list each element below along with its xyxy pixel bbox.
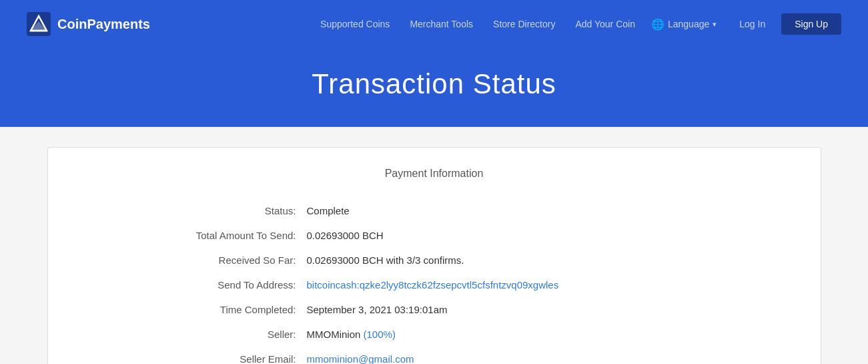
- card-title: Payment Information: [75, 168, 794, 180]
- page-title: Transaction Status: [0, 68, 868, 100]
- language-label: Language: [668, 19, 709, 29]
- value-status: Complete: [302, 198, 794, 223]
- payment-card: Payment Information Status: Complete Tot…: [47, 147, 821, 364]
- table-row: Total Amount To Send: 0.02693000 BCH: [75, 223, 794, 248]
- brand-logo[interactable]: CoinPayments: [27, 12, 150, 36]
- chevron-down-icon: ▾: [713, 20, 717, 29]
- signup-button[interactable]: Sign Up: [781, 13, 841, 35]
- table-row: Received So Far: 0.02693000 BCH with 3/3…: [75, 248, 794, 272]
- label-time: Time Completed:: [75, 297, 302, 322]
- table-row: Seller: MMOMinion (100%): [75, 322, 794, 347]
- value-address: bitcoincash:qzke2lyy8tczk62fzsepcvtl5cfs…: [302, 272, 794, 297]
- table-row: Time Completed: September 3, 2021 03:19:…: [75, 297, 794, 322]
- content-area: Payment Information Status: Complete Tot…: [0, 127, 868, 364]
- address-link[interactable]: bitcoincash:qzke2lyy8tczk62fzsepcvtl5cfs…: [307, 279, 559, 291]
- label-seller: Seller:: [75, 322, 302, 347]
- nav-merchant-tools[interactable]: Merchant Tools: [410, 19, 473, 29]
- table-row: Status: Complete: [75, 198, 794, 223]
- nav-add-your-coin[interactable]: Add Your Coin: [575, 19, 635, 29]
- label-received: Received So Far:: [75, 248, 302, 272]
- label-status: Status:: [75, 198, 302, 223]
- table-row: Seller Email: mmominion@gmail.com DO NOT…: [75, 347, 794, 364]
- nav-store-directory[interactable]: Store Directory: [493, 19, 555, 29]
- login-button[interactable]: Log In: [730, 15, 775, 33]
- language-selector[interactable]: 🌐 Language ▾: [651, 18, 717, 31]
- table-row: Send To Address: bitcoincash:qzke2lyy8tc…: [75, 272, 794, 297]
- value-time: September 3, 2021 03:19:01am: [302, 297, 794, 322]
- hero-section: Transaction Status: [0, 48, 868, 127]
- label-total-amount: Total Amount To Send:: [75, 223, 302, 248]
- seller-email-link[interactable]: mmominion@gmail.com: [307, 353, 414, 364]
- label-seller-email: Seller Email:: [75, 347, 302, 364]
- value-seller: MMOMinion (100%): [302, 322, 794, 347]
- value-total-amount: 0.02693000 BCH: [302, 223, 794, 248]
- nav-supported-coins[interactable]: Supported Coins: [320, 19, 390, 29]
- brand-name: CoinPayments: [57, 17, 150, 32]
- value-received: 0.02693000 BCH with 3/3 confirms.: [302, 248, 794, 272]
- label-address: Send To Address:: [75, 272, 302, 297]
- payment-info-table: Status: Complete Total Amount To Send: 0…: [75, 198, 794, 364]
- navbar: CoinPayments Supported Coins Merchant To…: [0, 0, 868, 48]
- logo-icon: [27, 12, 51, 36]
- value-seller-email: mmominion@gmail.com DO NOT Send Funds to…: [302, 347, 794, 364]
- seller-name: MMOMinion: [307, 329, 364, 340]
- seller-percentage[interactable]: (100%): [364, 329, 396, 340]
- globe-icon: 🌐: [651, 18, 665, 31]
- nav-links: Supported Coins Merchant Tools Store Dir…: [320, 18, 635, 30]
